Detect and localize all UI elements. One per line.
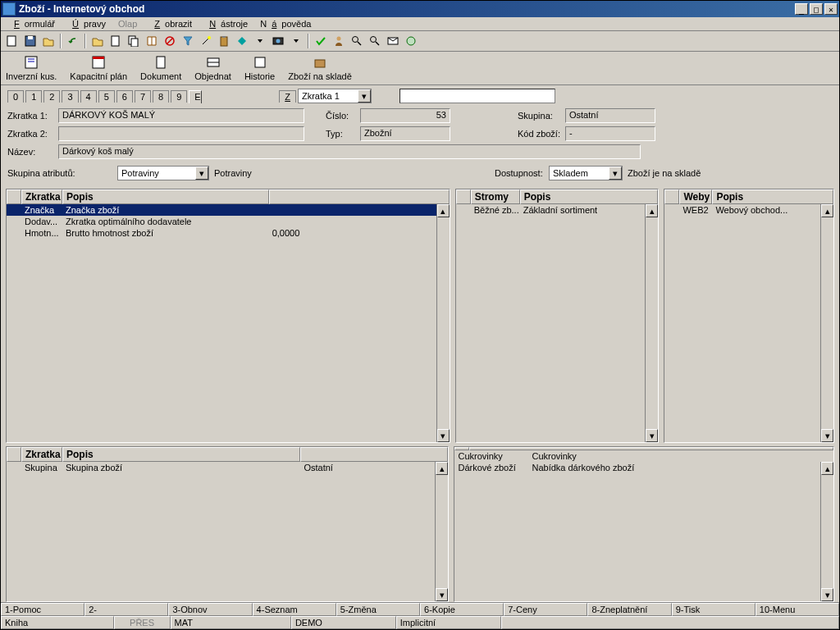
scrollbar[interactable]: ▴▾ [645, 204, 658, 442]
tab-8[interactable]: 8 [153, 90, 169, 103]
scroll-up-icon[interactable]: ▴ [436, 462, 448, 475]
scroll-up-icon[interactable]: ▴ [646, 204, 658, 217]
toolbar-copy-icon[interactable] [126, 33, 142, 49]
attr-dropdown[interactable]: Potraviny▾ [117, 166, 209, 180]
tab-9[interactable]: 9 [171, 90, 187, 103]
zkratka1-field[interactable]: DÁRKOVÝ KOŠ MALÝ [58, 108, 304, 123]
minimize-button[interactable]: _ [795, 3, 808, 15]
z-dropdown[interactable]: Zkratka 1▾ [298, 89, 372, 103]
col-popis[interactable]: Popis [712, 189, 833, 204]
grid-row[interactable]: Cukrovinky Cukrovinky [454, 450, 833, 462]
toolbar-folder-icon[interactable] [89, 33, 106, 49]
menu-olap[interactable]: Olap [113, 17, 142, 30]
typ-field[interactable]: Zbožní [360, 126, 450, 141]
scroll-down-icon[interactable]: ▾ [821, 429, 833, 442]
action-objednat[interactable]: Objednat [193, 53, 233, 83]
toolbar-find-icon[interactable] [349, 33, 365, 49]
tab-7[interactable]: 7 [135, 90, 151, 103]
scrollbar[interactable]: ▴▾ [820, 462, 833, 601]
menu-napoveda[interactable]: Nápověda [255, 17, 316, 30]
footer-f5[interactable]: 5-Změna [336, 603, 420, 616]
maximize-button[interactable]: □ [810, 3, 823, 15]
grid-row[interactable]: Značka Značka zboží [7, 204, 450, 216]
footer-f6[interactable]: 6-Kopie [420, 603, 504, 616]
col-zkratka[interactable]: Zkratka [21, 447, 62, 462]
toolbar-mail-icon[interactable] [385, 33, 401, 49]
footer-f10[interactable]: 10-Menu [756, 603, 839, 616]
grid-row[interactable]: Dodav... Zkratka optimálního dodavatele [7, 216, 450, 227]
scroll-down-icon[interactable]: ▾ [436, 588, 448, 601]
scroll-down-icon[interactable]: ▾ [821, 588, 833, 601]
tab-1[interactable]: 1 [25, 90, 42, 103]
footer-f2[interactable]: 2- [84, 603, 168, 616]
grid-row[interactable]: Hmotn... Brutto hmotnost zboží 0,0000 [7, 227, 450, 239]
action-inverzni[interactable]: Inverzní kus. [4, 53, 58, 83]
toolbar-book-icon[interactable] [144, 33, 160, 49]
zkratka2-field[interactable] [58, 126, 304, 141]
grid-row[interactable]: WEB2 Webový obchod... [664, 204, 833, 216]
toolbar-undo-icon[interactable] [65, 33, 81, 49]
menu-zobrazit[interactable]: Zobrazit [144, 17, 197, 30]
tab-6[interactable]: 6 [116, 90, 133, 103]
menu-formular[interactable]: Formulář [4, 17, 60, 30]
toolbar-photo-icon[interactable] [270, 33, 286, 49]
toolbar-check-icon[interactable] [313, 33, 329, 49]
col-popis[interactable]: Popis [520, 189, 659, 204]
footer-f4[interactable]: 4-Seznam [253, 603, 336, 616]
toolbar-new-icon[interactable] [4, 33, 21, 49]
z-button[interactable]: Z [279, 90, 296, 103]
kod-field[interactable]: - [565, 126, 655, 141]
tab-e[interactable]: E [189, 90, 202, 103]
col-zkratka[interactable]: Zkratka [21, 189, 62, 204]
footer-f7[interactable]: 7-Ceny [504, 603, 587, 616]
scrollbar[interactable]: ▴▾ [820, 204, 833, 442]
avail-dropdown[interactable]: Skladem▾ [549, 166, 623, 180]
action-zbozi-sklad[interactable]: Zboží na skladě [286, 53, 354, 83]
toolbar-paste-icon[interactable] [216, 33, 232, 49]
col-popis[interactable]: Popis [62, 447, 300, 462]
toolbar-wand-icon[interactable] [198, 33, 214, 49]
action-dokument[interactable]: Dokument [139, 53, 183, 83]
cislo-field[interactable]: 53 [360, 108, 450, 123]
tab-2[interactable]: 2 [43, 90, 60, 103]
skupina-field[interactable]: Ostatní [565, 108, 655, 123]
grid-row[interactable]: Skupina Skupina zboží Ostatní [7, 462, 448, 473]
action-historie[interactable]: Historie [243, 53, 276, 83]
close-button[interactable]: ✕ [824, 3, 838, 15]
footer-f9[interactable]: 9-Tisk [672, 603, 756, 616]
tab-0[interactable]: 0 [7, 90, 24, 103]
scroll-down-icon[interactable]: ▾ [437, 429, 450, 442]
action-kapacitni[interactable]: Kapacitní plán [68, 53, 129, 83]
nazev-field[interactable]: Dárkový koš malý [58, 144, 641, 159]
toolbar-cancel-icon[interactable] [162, 33, 178, 49]
grid-row[interactable]: Běžné zb... Základní sortiment [456, 204, 659, 216]
scroll-up-icon[interactable]: ▴ [821, 204, 833, 217]
tab-4[interactable]: 4 [80, 90, 97, 103]
search-input[interactable] [399, 89, 555, 103]
scroll-up-icon[interactable]: ▴ [437, 204, 450, 217]
toolbar-find2-icon[interactable] [367, 33, 383, 49]
menu-nastroje[interactable]: Nástroje [199, 17, 253, 30]
scrollbar[interactable]: ▴▾ [436, 204, 450, 442]
toolbar-down2-icon[interactable] [288, 33, 304, 49]
toolbar-diamond-icon[interactable] [234, 33, 250, 49]
toolbar-ok-icon[interactable] [403, 33, 419, 49]
col-popis[interactable]: Popis [62, 189, 269, 204]
tab-5[interactable]: 5 [98, 90, 115, 103]
toolbar-person-icon[interactable] [331, 33, 347, 49]
menu-upravy[interactable]: Úpravy [62, 17, 111, 30]
footer-f3[interactable]: 3-Obnov [168, 603, 252, 616]
scroll-down-icon[interactable]: ▾ [646, 429, 658, 442]
col-stromy[interactable]: Stromy [471, 189, 520, 204]
toolbar-filter-icon[interactable] [180, 33, 196, 49]
toolbar-open-icon[interactable] [40, 33, 57, 49]
footer-f1[interactable]: 1-Pomoc [1, 603, 84, 616]
grid-row[interactable]: Dárkové zboží Nabídka dárkového zboží [454, 462, 833, 473]
col-value[interactable] [300, 447, 448, 462]
scrollbar[interactable]: ▴▾ [435, 462, 448, 601]
col-weby[interactable]: Weby [679, 189, 712, 204]
tab-3[interactable]: 3 [62, 90, 78, 103]
scroll-up-icon[interactable]: ▴ [821, 462, 833, 475]
toolbar-save-icon[interactable] [22, 33, 39, 49]
footer-f8[interactable]: 8-Zneplatnění [587, 603, 671, 616]
